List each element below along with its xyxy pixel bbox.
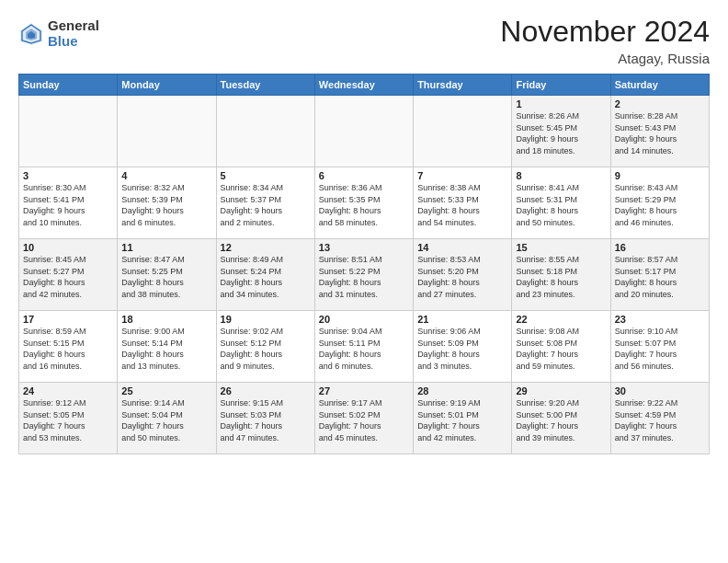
page-header: General Blue November 2024 Atagay, Russi…	[18, 15, 710, 66]
calendar-cell: 19Sunrise: 9:02 AM Sunset: 5:12 PM Dayli…	[216, 311, 314, 383]
day-info: Sunrise: 9:20 AM Sunset: 5:00 PM Dayligh…	[516, 397, 606, 443]
day-info: Sunrise: 9:15 AM Sunset: 5:03 PM Dayligh…	[221, 397, 311, 443]
calendar-cell: 1Sunrise: 8:26 AM Sunset: 5:45 PM Daylig…	[512, 96, 610, 167]
calendar-cell: 7Sunrise: 8:38 AM Sunset: 5:33 PM Daylig…	[414, 167, 512, 239]
day-number: 9	[615, 170, 705, 181]
calendar-header-row: SundayMondayTuesdayWednesdayThursdayFrid…	[19, 75, 710, 96]
day-info: Sunrise: 9:00 AM Sunset: 5:14 PM Dayligh…	[121, 326, 211, 372]
day-info: Sunrise: 9:10 AM Sunset: 5:07 PM Dayligh…	[615, 326, 705, 372]
calendar-cell: 18Sunrise: 9:00 AM Sunset: 5:14 PM Dayli…	[118, 311, 216, 383]
day-number: 18	[121, 314, 211, 325]
day-number: 24	[23, 385, 113, 396]
day-number: 4	[121, 170, 211, 181]
day-number: 11	[121, 242, 211, 253]
day-number: 21	[417, 314, 507, 325]
day-header-thursday: Thursday	[414, 75, 512, 96]
calendar-cell: 29Sunrise: 9:20 AM Sunset: 5:00 PM Dayli…	[512, 383, 610, 454]
day-info: Sunrise: 8:47 AM Sunset: 5:25 PM Dayligh…	[121, 254, 211, 300]
day-number: 27	[319, 385, 409, 396]
day-info: Sunrise: 8:59 AM Sunset: 5:15 PM Dayligh…	[23, 326, 113, 372]
calendar-cell: 28Sunrise: 9:19 AM Sunset: 5:01 PM Dayli…	[414, 383, 512, 454]
day-info: Sunrise: 8:55 AM Sunset: 5:18 PM Dayligh…	[516, 254, 606, 300]
calendar-cell: 10Sunrise: 8:45 AM Sunset: 5:27 PM Dayli…	[19, 239, 118, 311]
calendar-cell: 26Sunrise: 9:15 AM Sunset: 5:03 PM Dayli…	[216, 383, 314, 454]
day-info: Sunrise: 9:08 AM Sunset: 5:08 PM Dayligh…	[516, 326, 606, 372]
day-number: 20	[319, 314, 409, 325]
day-info: Sunrise: 8:43 AM Sunset: 5:29 PM Dayligh…	[615, 182, 705, 228]
day-info: Sunrise: 9:12 AM Sunset: 5:05 PM Dayligh…	[23, 397, 113, 443]
calendar-cell: 6Sunrise: 8:36 AM Sunset: 5:35 PM Daylig…	[314, 167, 413, 239]
day-number: 19	[221, 314, 311, 325]
calendar-cell: 8Sunrise: 8:41 AM Sunset: 5:31 PM Daylig…	[512, 167, 610, 239]
day-number: 5	[221, 170, 311, 181]
day-info: Sunrise: 8:30 AM Sunset: 5:41 PM Dayligh…	[23, 182, 113, 228]
day-header-saturday: Saturday	[610, 75, 709, 96]
calendar-cell: 4Sunrise: 8:32 AM Sunset: 5:39 PM Daylig…	[118, 167, 216, 239]
calendar-cell	[118, 96, 216, 167]
calendar: SundayMondayTuesdayWednesdayThursdayFrid…	[18, 74, 710, 454]
calendar-cell: 3Sunrise: 8:30 AM Sunset: 5:41 PM Daylig…	[19, 167, 118, 239]
calendar-cell: 27Sunrise: 9:17 AM Sunset: 5:02 PM Dayli…	[314, 383, 413, 454]
day-number: 25	[121, 385, 211, 396]
calendar-cell	[19, 96, 118, 167]
calendar-cell: 12Sunrise: 8:49 AM Sunset: 5:24 PM Dayli…	[216, 239, 314, 311]
location: Atagay, Russia	[500, 51, 710, 66]
day-header-monday: Monday	[118, 75, 216, 96]
calendar-cell: 9Sunrise: 8:43 AM Sunset: 5:29 PM Daylig…	[610, 167, 709, 239]
calendar-cell: 24Sunrise: 9:12 AM Sunset: 5:05 PM Dayli…	[19, 383, 118, 454]
day-info: Sunrise: 9:14 AM Sunset: 5:04 PM Dayligh…	[121, 397, 211, 443]
calendar-week-1: 3Sunrise: 8:30 AM Sunset: 5:41 PM Daylig…	[19, 167, 710, 239]
month-title: November 2024	[500, 15, 710, 49]
calendar-cell: 25Sunrise: 9:14 AM Sunset: 5:04 PM Dayli…	[118, 383, 216, 454]
day-header-friday: Friday	[512, 75, 610, 96]
day-number: 23	[615, 314, 705, 325]
day-number: 29	[516, 385, 606, 396]
logo-blue-text: Blue	[48, 34, 99, 50]
day-info: Sunrise: 8:49 AM Sunset: 5:24 PM Dayligh…	[221, 254, 311, 300]
day-number: 7	[417, 170, 507, 181]
day-info: Sunrise: 9:06 AM Sunset: 5:09 PM Dayligh…	[417, 326, 507, 372]
calendar-cell: 20Sunrise: 9:04 AM Sunset: 5:11 PM Dayli…	[314, 311, 413, 383]
day-info: Sunrise: 8:45 AM Sunset: 5:27 PM Dayligh…	[23, 254, 113, 300]
logo-general-text: General	[48, 18, 99, 34]
logo: General Blue	[18, 18, 99, 49]
calendar-week-4: 24Sunrise: 9:12 AM Sunset: 5:05 PM Dayli…	[19, 383, 710, 454]
day-number: 6	[319, 170, 409, 181]
calendar-cell: 21Sunrise: 9:06 AM Sunset: 5:09 PM Dayli…	[414, 311, 512, 383]
title-area: November 2024 Atagay, Russia	[500, 15, 710, 66]
day-number: 22	[516, 314, 606, 325]
day-number: 10	[23, 242, 113, 253]
calendar-cell: 14Sunrise: 8:53 AM Sunset: 5:20 PM Dayli…	[414, 239, 512, 311]
day-header-wednesday: Wednesday	[314, 75, 413, 96]
day-number: 12	[221, 242, 311, 253]
day-number: 16	[615, 242, 705, 253]
day-info: Sunrise: 8:28 AM Sunset: 5:43 PM Dayligh…	[615, 110, 705, 156]
calendar-cell: 23Sunrise: 9:10 AM Sunset: 5:07 PM Dayli…	[610, 311, 709, 383]
day-number: 28	[417, 385, 507, 396]
day-info: Sunrise: 9:02 AM Sunset: 5:12 PM Dayligh…	[221, 326, 311, 372]
calendar-cell: 15Sunrise: 8:55 AM Sunset: 5:18 PM Dayli…	[512, 239, 610, 311]
day-number: 14	[417, 242, 507, 253]
calendar-week-0: 1Sunrise: 8:26 AM Sunset: 5:45 PM Daylig…	[19, 96, 710, 167]
calendar-cell: 2Sunrise: 8:28 AM Sunset: 5:43 PM Daylig…	[610, 96, 709, 167]
day-info: Sunrise: 9:22 AM Sunset: 4:59 PM Dayligh…	[615, 397, 705, 443]
day-number: 2	[615, 98, 705, 109]
day-info: Sunrise: 9:19 AM Sunset: 5:01 PM Dayligh…	[417, 397, 507, 443]
day-info: Sunrise: 8:32 AM Sunset: 5:39 PM Dayligh…	[121, 182, 211, 228]
day-number: 26	[221, 385, 311, 396]
day-header-sunday: Sunday	[19, 75, 118, 96]
calendar-cell: 11Sunrise: 8:47 AM Sunset: 5:25 PM Dayli…	[118, 239, 216, 311]
calendar-cell: 17Sunrise: 8:59 AM Sunset: 5:15 PM Dayli…	[19, 311, 118, 383]
day-info: Sunrise: 9:17 AM Sunset: 5:02 PM Dayligh…	[319, 397, 409, 443]
day-header-tuesday: Tuesday	[216, 75, 314, 96]
calendar-week-2: 10Sunrise: 8:45 AM Sunset: 5:27 PM Dayli…	[19, 239, 710, 311]
day-number: 13	[319, 242, 409, 253]
day-info: Sunrise: 9:04 AM Sunset: 5:11 PM Dayligh…	[319, 326, 409, 372]
day-info: Sunrise: 8:51 AM Sunset: 5:22 PM Dayligh…	[319, 254, 409, 300]
calendar-cell	[216, 96, 314, 167]
day-number: 15	[516, 242, 606, 253]
day-number: 1	[516, 98, 606, 109]
calendar-cell	[414, 96, 512, 167]
calendar-week-3: 17Sunrise: 8:59 AM Sunset: 5:15 PM Dayli…	[19, 311, 710, 383]
calendar-cell	[314, 96, 413, 167]
